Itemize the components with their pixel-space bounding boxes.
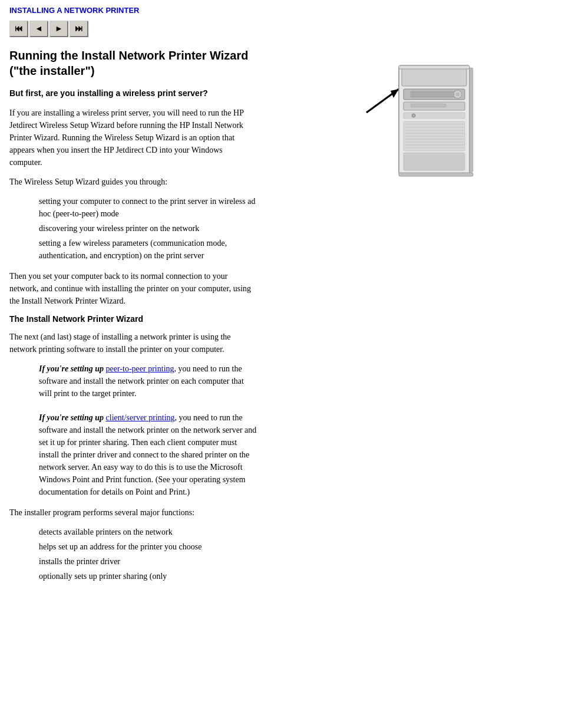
installer-bullets: detects available printers on the networ…: [39, 526, 257, 582]
navigation-buttons: ⏮ ◄ ► ⏭: [9, 21, 553, 37]
list-item: helps set up an address for the printer …: [39, 541, 257, 553]
list-item: setting a few wireless parameters (commu…: [39, 237, 257, 262]
image-column: [269, 48, 553, 591]
wireless-bullets: setting your computer to connect to the …: [39, 195, 257, 262]
list-item: optionally sets up printer sharing (only: [39, 570, 257, 582]
installer-intro-paragraph: The installer program performs several m…: [9, 506, 257, 519]
first-button[interactable]: ⏮: [9, 21, 28, 37]
svg-rect-25: [399, 65, 470, 69]
wireless-guide-paragraph: The Wireless Setup Wizard guides you thr…: [9, 176, 257, 188]
svg-rect-23: [470, 68, 473, 172]
svg-marker-1: [391, 89, 399, 98]
wireless-intro-paragraph: If you are installing a wireless print s…: [9, 107, 257, 169]
page-title: INSTALLING A NETWORK PRINTER: [9, 6, 553, 15]
svg-point-7: [456, 93, 459, 96]
svg-rect-5: [411, 91, 458, 97]
setup-options: If you're setting up peer-to-peer printi…: [39, 363, 257, 498]
client-server-label: If you're setting up: [39, 413, 106, 422]
svg-rect-9: [411, 104, 446, 107]
next-button[interactable]: ►: [49, 21, 68, 37]
last-button[interactable]: ⏭: [70, 21, 88, 37]
then-text-paragraph: Then you set your computer back to its n…: [9, 270, 257, 307]
main-heading: Running the Install Network Printer Wiza…: [9, 48, 257, 78]
list-item: discovering your wireless printer on the…: [39, 222, 257, 235]
svg-rect-24: [399, 173, 473, 176]
list-item: setting your computer to connect to the …: [39, 195, 257, 220]
text-column: Running the Install Network Printer Wiza…: [9, 48, 257, 591]
install-intro-paragraph: The next (and last) stage of installing …: [9, 331, 257, 355]
svg-rect-22: [404, 153, 465, 170]
prev-button[interactable]: ◄: [29, 21, 48, 37]
peer-to-peer-link[interactable]: peer-to-peer printing: [106, 364, 174, 373]
svg-rect-3: [402, 68, 467, 86]
client-server-link[interactable]: client/server printing: [106, 413, 175, 422]
list-item: installs the printer driver: [39, 555, 257, 568]
install-wizard-heading: The Install Network Printer Wizard: [9, 314, 257, 324]
peer-to-peer-label: If you're setting up: [39, 364, 106, 373]
peer-to-peer-item: If you're setting up peer-to-peer printi…: [39, 363, 257, 400]
sub-heading: But first, are you installing a wireless…: [9, 88, 257, 100]
content-area: Running the Install Network Printer Wiza…: [9, 48, 553, 591]
computer-illustration: [334, 54, 487, 195]
client-server-item: If you're setting up client/server print…: [39, 411, 257, 498]
svg-point-11: [412, 114, 415, 117]
client-server-rest: , you need to run the software and insta…: [39, 413, 256, 496]
list-item: detects available printers on the networ…: [39, 526, 257, 538]
